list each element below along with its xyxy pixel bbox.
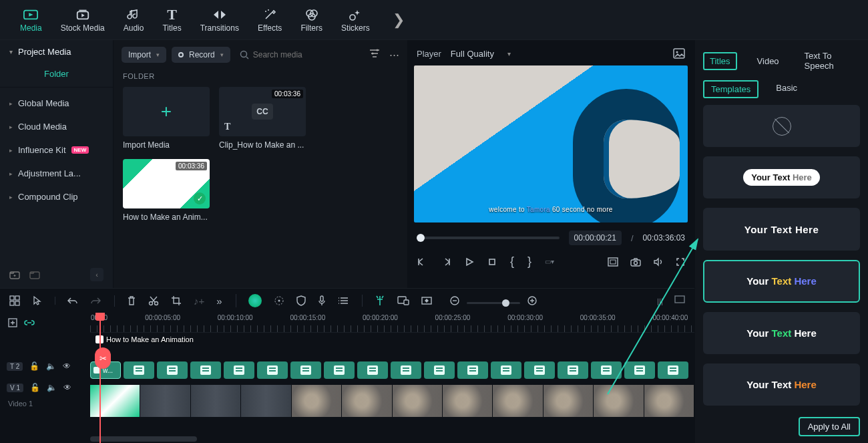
video-clip-segment[interactable] [393, 385, 443, 417]
timeline-tracks[interactable]: 00:00 00:00:05:00 00:00:10:00 00:00:15:0… [90, 313, 694, 443]
template-orange[interactable]: Your Text Here [703, 363, 860, 406]
color-icon[interactable] [274, 295, 284, 306]
undo-icon[interactable] [67, 297, 78, 305]
more-tools-icon[interactable]: » [216, 295, 222, 307]
music-icon[interactable]: ♪+ [194, 295, 204, 307]
nav-stock-media[interactable]: Stock Media [61, 7, 105, 33]
title-clip[interactable] [624, 361, 655, 379]
video-clip-segment[interactable] [90, 385, 140, 417]
mic-icon[interactable] [318, 295, 326, 306]
nav-effects[interactable]: Effects [258, 7, 282, 33]
tab-titles[interactable]: Titles [703, 52, 737, 70]
template-multicolor[interactable]: Your Text Here [703, 260, 860, 303]
nav-transitions[interactable]: Transitions [200, 7, 239, 33]
mark-out-icon[interactable]: } [527, 255, 531, 269]
video-track-head[interactable]: V 1 🔓 🔈 👁 [0, 377, 90, 398]
shield-icon[interactable] [296, 295, 306, 306]
video-clip-segment[interactable] [342, 385, 392, 417]
redo-icon[interactable] [90, 297, 101, 305]
marker-icon[interactable] [375, 295, 385, 307]
mute-icon[interactable]: 🔈 [47, 383, 57, 392]
ratio-icon[interactable]: ▭▾ [545, 258, 554, 265]
video-clip-segment[interactable] [241, 385, 291, 417]
template-plain[interactable]: Your Text Here [703, 208, 860, 250]
media-tile-cc[interactable]: 00:03:36 CC T Clip_How to Make an ... [219, 87, 306, 150]
project-media-item[interactable]: ▾ Project Media [0, 40, 113, 63]
sidebar-item-influence-kit[interactable]: ▸Influence KitNEW [0, 138, 113, 162]
video-clip-segment[interactable] [140, 385, 190, 417]
lock-icon[interactable]: 🔓 [30, 383, 40, 392]
timeline-ruler[interactable]: 00:00 00:00:05:00 00:00:10:00 00:00:15:0… [90, 313, 694, 333]
delete-icon[interactable] [127, 295, 136, 306]
tl-pointer-icon[interactable] [32, 295, 41, 306]
folder-link[interactable]: Folder [0, 63, 113, 88]
video-clip-segment[interactable] [191, 385, 241, 417]
video-track[interactable]: How to Make an Animation [90, 385, 694, 417]
nav-media[interactable]: Media [20, 7, 42, 33]
zoom-in-icon[interactable] [527, 295, 537, 306]
title-clip[interactable] [357, 361, 388, 379]
title-clip[interactable] [124, 361, 154, 379]
video-clip-segment[interactable] [644, 385, 694, 417]
title-clip[interactable] [324, 361, 355, 379]
subtab-templates[interactable]: Templates [703, 80, 758, 98]
video-clip-segment[interactable] [493, 385, 543, 417]
eye-icon[interactable]: 👁 [63, 361, 71, 371]
tl-layout-icon[interactable] [9, 295, 20, 306]
timeline-scrollbar[interactable] [90, 436, 197, 442]
fit-icon[interactable] [674, 295, 685, 307]
title-clip[interactable] [290, 361, 321, 379]
tab-video[interactable]: Video [752, 53, 785, 69]
import-dropdown[interactable]: Import▾ [122, 47, 166, 63]
nav-more-icon[interactable]: ❯ [393, 11, 405, 29]
more-icon[interactable]: ⋯ [389, 49, 399, 61]
keyframe-icon[interactable] [421, 296, 432, 305]
tab-text-to-speech[interactable]: Text To Speech [799, 48, 860, 73]
title-clip[interactable] [424, 361, 455, 379]
eye-icon[interactable]: 👁 [63, 383, 71, 392]
template-none[interactable] [703, 105, 860, 147]
volume-icon[interactable] [653, 257, 664, 267]
playhead-icon[interactable] [95, 313, 105, 321]
nav-audio[interactable]: Audio [124, 7, 144, 33]
title-clip[interactable] [457, 361, 488, 379]
title-clip[interactable] [257, 361, 288, 379]
folder-icon[interactable] [29, 270, 40, 279]
template-chip[interactable]: Your Text Here [703, 156, 860, 198]
mute-icon[interactable]: 🔈 [46, 361, 56, 371]
import-media-tile[interactable]: + Import Media [123, 87, 210, 150]
media-tile-howto[interactable]: 00:03:36 ✓ How to Make an Anim... [123, 159, 210, 222]
title-track-head[interactable]: T 2 🔓 🔈 👁 [0, 355, 90, 377]
sidebar-item-cloud-media[interactable]: ▸Cloud Media [0, 115, 113, 138]
video-clip-segment[interactable] [594, 385, 644, 417]
title-clip[interactable] [658, 361, 688, 379]
title-clip[interactable] [157, 361, 188, 379]
play-icon[interactable] [465, 257, 474, 267]
tl-add-icon[interactable] [8, 318, 17, 327]
camera-icon[interactable] [630, 257, 641, 267]
search-input[interactable] [253, 50, 327, 59]
video-clip-segment[interactable] [443, 385, 493, 417]
video-clip-segment[interactable] [544, 385, 594, 417]
sidebar-item-adjustment-layer[interactable]: ▸Adjustment La... [0, 162, 113, 185]
sidebar-item-global-media[interactable]: ▸Global Media [0, 92, 113, 115]
template-green[interactable]: Your Text Here [703, 312, 860, 354]
title-clip[interactable] [524, 361, 555, 379]
fullscreen-icon[interactable] [676, 257, 685, 267]
snapshot-icon[interactable] [673, 48, 685, 59]
subtab-basic[interactable]: Basic [769, 80, 804, 98]
title-clip[interactable] [491, 361, 521, 379]
prev-frame-icon[interactable] [417, 257, 427, 267]
quality-dropdown[interactable]: Full Quality▾ [451, 49, 511, 59]
title-track[interactable]: w... [90, 359, 694, 381]
scrub-knob[interactable] [417, 234, 425, 242]
ai-icon[interactable] [248, 294, 262, 307]
title-clip[interactable] [591, 361, 622, 379]
title-clip[interactable] [391, 361, 421, 379]
video-clip-segment[interactable] [292, 385, 342, 417]
new-folder-icon[interactable] [9, 270, 20, 279]
zoom-knob[interactable] [502, 299, 509, 307]
title-clip[interactable] [558, 361, 588, 379]
title-clip[interactable] [224, 361, 254, 379]
sidebar-item-compound-clip[interactable]: ▸Compound Clip [0, 185, 113, 208]
